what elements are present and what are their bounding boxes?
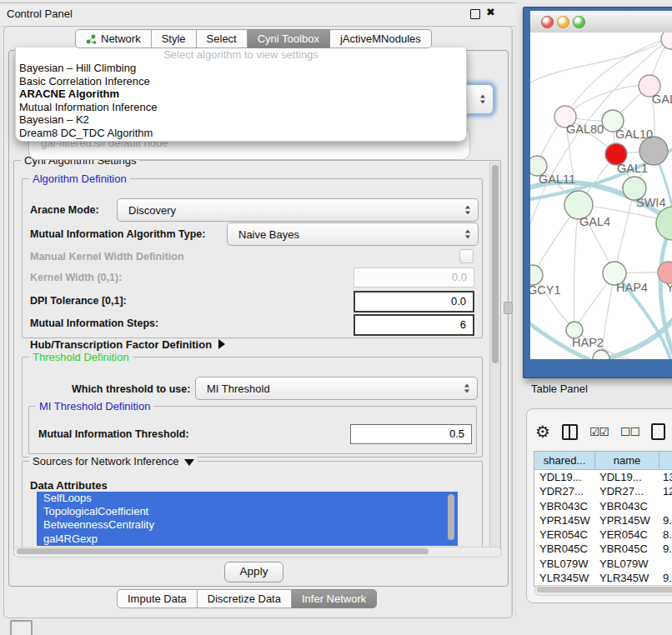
algorithm-dropdown-popup: Select algorithm to view settings Bayesi… bbox=[15, 48, 467, 142]
table-cell[interactable] bbox=[658, 557, 672, 571]
settings-icon[interactable]: ⚙ bbox=[535, 423, 550, 440]
close-panel-icon[interactable]: ✖ bbox=[486, 6, 495, 18]
tab-impute-data[interactable]: Impute Data bbox=[117, 589, 198, 608]
settings-vertical-scrollbar[interactable] bbox=[489, 162, 500, 552]
table-cell[interactable]: YPR145W bbox=[534, 513, 594, 528]
column-layout-icon[interactable] bbox=[562, 424, 578, 440]
table-row[interactable]: YER054CYER054C8. bbox=[534, 528, 672, 542]
table-cell[interactable]: 9. bbox=[658, 571, 672, 585]
table-row[interactable]: YPR145WYPR145W9. bbox=[534, 513, 672, 528]
select-all-icon[interactable]: ☑☑ bbox=[589, 425, 609, 438]
table-cell[interactable]: YER054C bbox=[594, 528, 658, 542]
splitter-handle[interactable] bbox=[504, 302, 513, 314]
table-horizontal-scrollbar[interactable] bbox=[534, 585, 672, 596]
algorithm-option-dream8-dc-tdc-algorithm[interactable]: Dream8 DC_TDC Algorithm bbox=[16, 127, 466, 140]
settings-horizontal-scrollbar[interactable] bbox=[13, 547, 502, 558]
table-row[interactable]: YLR345WYLR345W9. bbox=[534, 571, 672, 585]
table-cell[interactable]: 9. bbox=[658, 542, 672, 556]
control-panel-titlebar: Control Panel ✖ bbox=[0, 2, 515, 27]
deselect-all-icon[interactable]: ☐☐ bbox=[620, 425, 639, 438]
zoom-traffic-light-icon[interactable] bbox=[573, 16, 585, 28]
data-attributes-list[interactable]: SelfLoopsTopologicalCoefficientBetweenne… bbox=[37, 492, 458, 546]
table-cell[interactable]: YDR27... bbox=[534, 484, 594, 498]
table-cell[interactable]: 13 bbox=[658, 470, 672, 484]
mi-steps-field[interactable]: 6 bbox=[354, 314, 474, 336]
attribute-item-betweennesscentrality[interactable]: BetweennessCentrality bbox=[37, 518, 458, 532]
mi-threshold-field[interactable]: 0.5 bbox=[350, 424, 472, 444]
tab-select[interactable]: Select bbox=[197, 29, 248, 48]
tab-discretize-data[interactable]: Discretize Data bbox=[198, 589, 292, 608]
algorithm-option-bayesian-k2[interactable]: Bayesian – K2 bbox=[16, 113, 466, 127]
table-row[interactable]: YDL19...YDL19...13 bbox=[534, 470, 672, 484]
table-toolbar: ⚙☑☑☐☐ bbox=[535, 419, 672, 444]
tab-label: Select bbox=[207, 32, 237, 45]
network-node[interactable] bbox=[661, 32, 672, 49]
network-node[interactable] bbox=[639, 137, 668, 165]
algorithm-option-bayesian-hill-climbing[interactable]: Bayesian – Hill Climbing bbox=[16, 62, 466, 75]
network-canvas[interactable]: GALGAL80GAL10GAL1GAL11SWI4GAL4GCY1HAP4YH… bbox=[530, 32, 672, 359]
tab-jactivemnodules[interactable]: jActiveMNodules bbox=[330, 29, 432, 48]
table-cell[interactable]: YPR145W bbox=[594, 513, 658, 528]
list-scrollbar-thumb[interactable] bbox=[448, 494, 454, 540]
table-cell[interactable]: YBR045C bbox=[534, 542, 594, 556]
hub-definition-expander[interactable]: Hub/Transcription Factor Definition bbox=[30, 338, 225, 351]
table-cell[interactable]: YER054C bbox=[534, 528, 594, 542]
float-window-icon[interactable] bbox=[470, 9, 480, 19]
tab-infer-network[interactable]: Infer Network bbox=[292, 589, 377, 608]
mi-algorithm-type-combobox[interactable]: Naive Bayes bbox=[227, 222, 479, 246]
sources-title: Sources for Network Inference bbox=[29, 455, 198, 468]
table-cell[interactable]: 8. bbox=[658, 528, 672, 542]
table-cell[interactable]: YLR345W bbox=[534, 571, 594, 585]
network-node[interactable] bbox=[530, 265, 543, 285]
scrollbar-thumb[interactable] bbox=[537, 587, 672, 592]
algorithm-option-mutual-information-inference[interactable]: Mutual Information Inference bbox=[16, 101, 466, 114]
aracne-mode-combobox[interactable]: Discovery bbox=[117, 198, 479, 222]
algorithm-option-aracne-algorithm[interactable]: ARACNE Algorithm bbox=[16, 88, 466, 101]
tab-style[interactable]: Style bbox=[152, 29, 197, 48]
table-cell[interactable]: YDL19... bbox=[594, 470, 658, 484]
table-cell[interactable]: YBR045C bbox=[594, 542, 658, 556]
table-cell[interactable]: YBL079W bbox=[534, 557, 594, 571]
algorithm-prompt: Select algorithm to view settings bbox=[16, 48, 466, 62]
panel-splitter[interactable] bbox=[511, 26, 512, 617]
table-report-icon[interactable] bbox=[651, 423, 665, 440]
attribute-item-gal4rgexp[interactable]: gal4RGexp bbox=[37, 532, 458, 546]
network-view-window[interactable]: GALGAL80GAL10GAL1GAL11SWI4GAL4GCY1HAP4YH… bbox=[523, 7, 672, 378]
scrollbar-thumb[interactable] bbox=[492, 165, 499, 363]
kernel-width-field[interactable]: 0.0 bbox=[354, 268, 474, 288]
close-traffic-light-icon[interactable] bbox=[541, 16, 554, 28]
table-cell[interactable]: YDR27... bbox=[594, 484, 658, 498]
cyni-bottom-tabs: Impute DataDiscretize DataInfer Network bbox=[117, 589, 377, 608]
table-row[interactable]: YBR045CYBR045C9. bbox=[534, 542, 672, 556]
docked-panel-grip[interactable] bbox=[10, 620, 33, 635]
table-cell[interactable]: YDL19... bbox=[534, 470, 594, 484]
algorithm-option-basic-correlation-inference[interactable]: Basic Correlation Inference bbox=[16, 75, 466, 88]
attribute-item-selfloops[interactable]: SelfLoops bbox=[37, 492, 458, 505]
tab-network[interactable]: Network bbox=[75, 29, 152, 48]
network-window-titlebar[interactable] bbox=[530, 11, 672, 33]
network-edge bbox=[574, 204, 579, 329]
node-label-gal11: GAL11 bbox=[539, 172, 575, 186]
manual-kernel-label: Manual Kernel Width Definition bbox=[30, 251, 184, 262]
column-header-extra[interactable] bbox=[659, 452, 672, 470]
apply-button[interactable]: Apply bbox=[224, 562, 283, 582]
table-cell[interactable]: 9. bbox=[658, 513, 672, 528]
table-row[interactable]: YDR27...YDR27...12 bbox=[534, 484, 672, 498]
which-threshold-combobox[interactable]: MI Threshold bbox=[195, 377, 478, 400]
table-cell[interactable]: YBR043C bbox=[534, 499, 594, 513]
table-cell[interactable]: 12 bbox=[658, 484, 672, 498]
tab-cyni-toolbox[interactable]: Cyni Toolbox bbox=[248, 29, 330, 48]
minimize-traffic-light-icon[interactable] bbox=[557, 16, 569, 28]
column-header-name[interactable]: name bbox=[595, 452, 659, 470]
table-row[interactable]: YBR043CYBR043C bbox=[534, 499, 672, 513]
table-row[interactable]: YBL079WYBL079W bbox=[534, 557, 672, 571]
column-header-shared[interactable]: shared... bbox=[534, 452, 595, 470]
manual-kernel-checkbox[interactable] bbox=[459, 249, 474, 263]
scrollbar-thumb[interactable] bbox=[17, 548, 429, 554]
table-cell[interactable]: YBL079W bbox=[594, 557, 658, 571]
table-cell[interactable]: YBR043C bbox=[594, 499, 658, 513]
table-cell[interactable]: YLR345W bbox=[594, 571, 658, 585]
attribute-item-topologicalcoefficient[interactable]: TopologicalCoefficient bbox=[37, 505, 458, 518]
table-cell[interactable] bbox=[658, 499, 672, 513]
dpi-tolerance-field[interactable]: 0.0 bbox=[354, 291, 474, 312]
